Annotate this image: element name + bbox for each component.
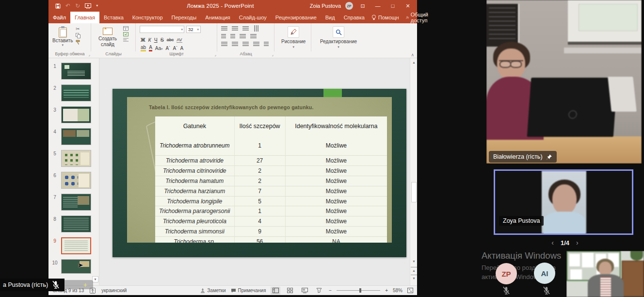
- pin-icon[interactable]: [546, 154, 552, 160]
- previous-page-icon[interactable]: ‹: [551, 239, 554, 247]
- reading-view-button[interactable]: [300, 287, 309, 295]
- share-tab[interactable]: Общий доступ: [403, 12, 433, 23]
- highlight-color-button[interactable]: ab: [141, 45, 146, 51]
- bullets-icon[interactable]: [221, 26, 227, 31]
- ribbon-tab[interactable]: Переходы: [167, 12, 201, 23]
- numbering-icon[interactable]: [232, 26, 238, 31]
- notes-button[interactable]: Заметки: [200, 288, 225, 293]
- decrease-indent-icon[interactable]: [221, 34, 226, 38]
- increase-indent-icon[interactable]: [230, 34, 235, 38]
- bold-button[interactable]: Ж: [141, 37, 145, 43]
- justify-icon[interactable]: [253, 42, 259, 46]
- font-name-select[interactable]: ▾: [140, 26, 184, 33]
- align-right-icon[interactable]: [242, 42, 249, 46]
- help-assistant-tab[interactable]: Помощн: [369, 15, 402, 20]
- slide-thumbnail[interactable]: 6: [48, 172, 99, 194]
- undo-icon[interactable]: ↶: [65, 3, 70, 9]
- slide-thumbnail[interactable]: 7: [48, 194, 99, 215]
- font-size-select[interactable]: 32▾: [186, 26, 201, 33]
- font-color-button[interactable]: A: [149, 45, 152, 51]
- maximize-button[interactable]: □: [387, 3, 398, 9]
- text-shadow-button[interactable]: abc: [167, 37, 174, 42]
- slide-thumbnail[interactable]: 2: [48, 84, 99, 106]
- copy-icon[interactable]: [76, 33, 81, 38]
- collapse-ribbon-icon[interactable]: ∧: [411, 52, 414, 57]
- scrollbar-thumb[interactable]: [411, 182, 417, 202]
- ribbon-tab[interactable]: Справка: [339, 12, 369, 23]
- slide-thumbnail[interactable]: 8: [48, 215, 99, 237]
- ribbon-tab[interactable]: Анимация: [201, 12, 235, 23]
- new-slide-button[interactable]: Создать слайд: [95, 26, 120, 47]
- video-tile-speaker[interactable]: Zoya Pustova: [494, 169, 633, 235]
- participant-avatar-zp[interactable]: ZP: [496, 263, 517, 284]
- ribbon-tab[interactable]: Конструктор: [128, 12, 167, 23]
- text-direction-icon[interactable]: [254, 25, 258, 32]
- editing-button[interactable]: Редактирование ▾: [320, 26, 357, 49]
- font-dialog-launcher-icon[interactable]: ⌟: [214, 52, 216, 57]
- slide-thumbnail[interactable]: 9: [48, 237, 99, 259]
- normal-view-button[interactable]: [271, 287, 280, 295]
- increase-font-button[interactable]: Aˆ: [166, 46, 170, 51]
- align-left-icon[interactable]: [221, 42, 227, 46]
- ribbon-tab[interactable]: Вид: [321, 12, 339, 23]
- zoom-slider-thumb[interactable]: [359, 288, 361, 293]
- zoom-level[interactable]: 58%: [393, 288, 402, 293]
- zoom-in-button[interactable]: +: [385, 288, 388, 293]
- close-button[interactable]: ✕: [402, 3, 413, 9]
- paste-button[interactable]: Вставить ▾: [52, 26, 73, 47]
- underline-button[interactable]: Ч: [154, 37, 158, 43]
- slide-9[interactable]: Tabela I. Ilość szczepów zidentyfikowany…: [113, 89, 406, 257]
- format-painter-icon[interactable]: [76, 40, 81, 45]
- line-spacing-icon[interactable]: [242, 26, 249, 31]
- paragraph-dialog-launcher-icon[interactable]: ⌟: [272, 52, 274, 57]
- minimize-button[interactable]: —: [372, 3, 383, 9]
- slide-sorter-view-button[interactable]: [285, 287, 295, 295]
- comments-button[interactable]: Примечания: [231, 288, 266, 293]
- save-icon[interactable]: [55, 3, 61, 9]
- account-avatar[interactable]: ZP: [345, 2, 353, 10]
- fit-to-window-icon[interactable]: [407, 288, 413, 293]
- slide-thumbnail[interactable]: 3: [48, 106, 99, 128]
- scroll-up-icon[interactable]: ▲: [411, 59, 417, 66]
- ribbon-tab[interactable]: Слайд-шоу: [235, 12, 271, 23]
- account-name[interactable]: Zoia Pustova: [310, 3, 341, 9]
- section-icon[interactable]: [123, 38, 129, 42]
- start-slideshow-icon[interactable]: [85, 3, 91, 9]
- change-case-button[interactable]: Aa▾: [155, 46, 163, 51]
- slide-thumbnail[interactable]: 5: [48, 150, 99, 172]
- reset-slide-icon[interactable]: [123, 32, 129, 36]
- zoom-slider[interactable]: [337, 290, 380, 291]
- clipboard-dialog-launcher-icon[interactable]: ⌟: [88, 52, 90, 57]
- redo-icon[interactable]: ↻: [75, 3, 80, 9]
- slide-thumbnail[interactable]: 4: [48, 128, 99, 150]
- decrease-font-button[interactable]: Aˇ: [173, 46, 177, 51]
- drawing-button[interactable]: A Рисование ▾: [281, 26, 306, 49]
- scroll-down-icon[interactable]: ▼: [411, 258, 417, 264]
- slide-thumbnail[interactable]: 1: [48, 63, 99, 84]
- italic-button[interactable]: К: [148, 37, 151, 43]
- strikethrough-button[interactable]: S: [161, 37, 164, 43]
- align-text-icon[interactable]: [250, 34, 257, 38]
- ribbon-tab[interactable]: Вставка: [99, 12, 128, 23]
- previous-slide-icon[interactable]: ▲: [411, 267, 417, 273]
- columns-icon[interactable]: [240, 34, 246, 38]
- ribbon-tab[interactable]: Файл: [48, 12, 70, 23]
- ribbon-tab[interactable]: Главная: [70, 12, 99, 23]
- slide-canvas[interactable]: Tabela I. Ilość szczepów zidentyfikowany…: [99, 58, 410, 285]
- slideshow-view-button[interactable]: [314, 287, 324, 295]
- clear-formatting-icon[interactable]: A: [180, 46, 184, 51]
- next-page-icon[interactable]: ›: [576, 239, 579, 247]
- smartart-convert-icon[interactable]: [264, 42, 269, 46]
- participant-avatar-ai[interactable]: AI: [534, 263, 555, 284]
- zoom-out-button[interactable]: −: [329, 288, 332, 293]
- canvas-scrollbar[interactable]: ▲ ▼ ▲ ▼: [410, 58, 417, 285]
- cut-icon[interactable]: ✂: [76, 26, 81, 32]
- ribbon-tab[interactable]: Рецензирование: [271, 12, 321, 23]
- ribbon-display-options-button[interactable]: ⊡: [357, 3, 368, 9]
- slide-thumbnail[interactable]: 10: [48, 259, 99, 281]
- video-tile-pinned[interactable]: [486, 0, 642, 164]
- language-indicator[interactable]: украинский: [101, 288, 127, 293]
- next-slide-icon[interactable]: ▼: [411, 275, 417, 281]
- character-spacing-button[interactable]: AV: [177, 37, 182, 43]
- align-center-icon[interactable]: [232, 42, 238, 46]
